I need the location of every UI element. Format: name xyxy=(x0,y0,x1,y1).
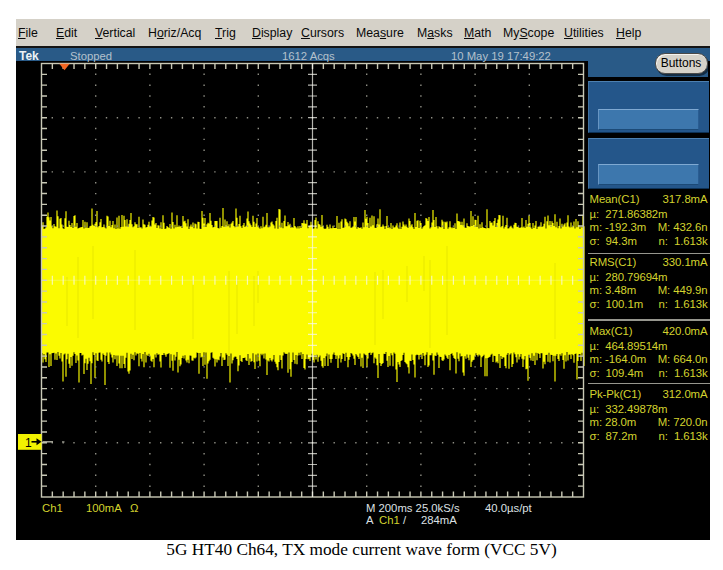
svg-text:1: 1 xyxy=(25,436,32,450)
